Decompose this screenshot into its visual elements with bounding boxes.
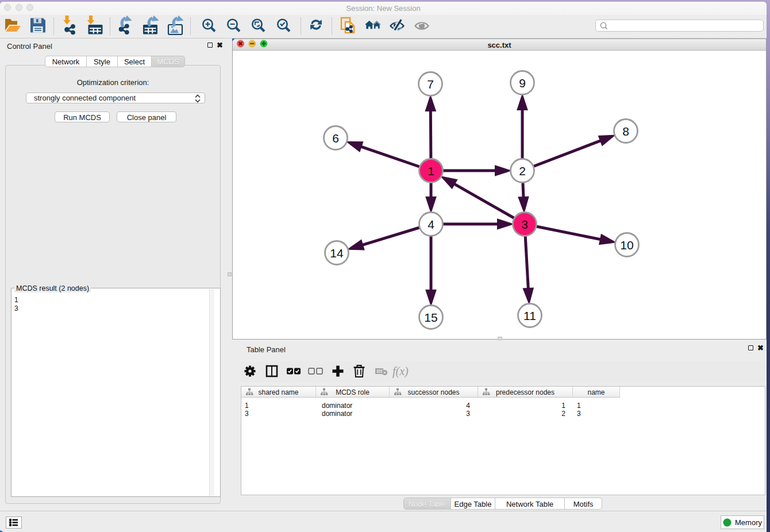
svg-text:9: 9 [519,76,526,90]
svg-text:10: 10 [620,238,633,252]
svg-text:6: 6 [332,132,339,145]
svg-text:3: 3 [521,218,528,231]
svg-text:11: 11 [523,309,536,322]
svg-text:7: 7 [427,78,434,91]
svg-text:4: 4 [428,218,434,231]
svg-text:2: 2 [519,164,526,178]
svg-text:15: 15 [424,311,437,324]
svg-text:1: 1 [428,164,434,178]
svg-text:8: 8 [622,125,629,138]
svg-text:14: 14 [330,246,344,260]
svg-text:f(x): f(x) [392,365,409,378]
